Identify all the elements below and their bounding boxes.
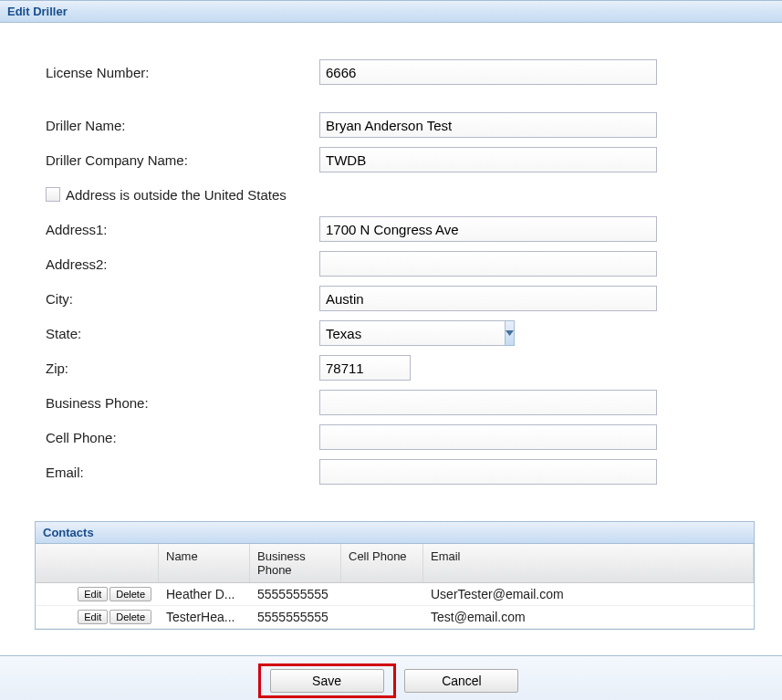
cell-bphone: 5555555555 (250, 583, 341, 605)
edit-button[interactable]: Edit (78, 610, 108, 624)
cell-email: UserTester@email.com (423, 583, 754, 605)
label-cphone: Cell Phone: (46, 430, 319, 445)
contacts-grid-header: Name Business Phone Cell Phone Email (36, 544, 754, 583)
state-dropdown-trigger[interactable] (505, 320, 515, 346)
business-phone-input[interactable] (319, 390, 657, 415)
label-state: State: (46, 326, 319, 341)
label-driller-name: Driller Name: (46, 118, 319, 133)
label-license: License Number: (46, 65, 319, 80)
address2-input[interactable] (319, 251, 657, 277)
cell-cphone (341, 590, 423, 598)
cell-bphone: 5555555555 (250, 606, 341, 628)
table-row[interactable]: Edit Delete Heather D... 5555555555 User… (36, 583, 754, 606)
dialog-footer: Save Cancel (0, 655, 782, 700)
state-select[interactable] (319, 320, 505, 346)
delete-button[interactable]: Delete (109, 610, 151, 624)
contacts-panel: Contacts Name Business Phone Cell Phone … (35, 521, 755, 630)
cell-phone-input[interactable] (319, 424, 657, 450)
svg-marker-0 (506, 330, 514, 336)
save-button[interactable]: Save (270, 669, 384, 693)
cell-name: Heather D... (159, 583, 250, 605)
col-bphone[interactable]: Business Phone (250, 544, 341, 582)
cell-cphone (341, 613, 423, 621)
outside-us-checkbox[interactable] (46, 187, 60, 202)
driller-name-input[interactable] (319, 112, 657, 138)
label-company: Driller Company Name: (46, 152, 319, 168)
save-highlight: Save (258, 663, 396, 698)
cancel-button[interactable]: Cancel (404, 669, 518, 693)
dialog-title: Edit Driller (0, 0, 782, 23)
zip-input[interactable] (319, 355, 411, 381)
label-email: Email: (46, 465, 319, 480)
label-address1: Address1: (46, 222, 319, 237)
cell-name: TesterHea... (159, 606, 250, 628)
label-address2: Address2: (46, 256, 319, 272)
cell-email: Test@email.com (423, 606, 754, 628)
col-name[interactable]: Name (159, 544, 250, 582)
label-city: City: (46, 291, 319, 307)
label-outside-us: Address is outside the United States (66, 187, 287, 203)
contacts-title: Contacts (36, 522, 754, 544)
table-row[interactable]: Edit Delete TesterHea... 5555555555 Test… (36, 606, 754, 629)
address1-input[interactable] (319, 216, 657, 242)
form-body: License Number: Driller Name: Driller Co… (0, 23, 782, 512)
delete-button[interactable]: Delete (109, 587, 151, 601)
col-cphone[interactable]: Cell Phone (341, 544, 423, 582)
edit-button[interactable]: Edit (78, 587, 108, 601)
label-zip: Zip: (46, 360, 319, 376)
col-email[interactable]: Email (423, 544, 754, 582)
company-input[interactable] (319, 147, 657, 172)
city-input[interactable] (319, 286, 657, 311)
label-bphone: Business Phone: (46, 395, 319, 411)
chevron-down-icon (506, 330, 514, 336)
license-input[interactable] (319, 59, 657, 85)
email-input[interactable] (319, 459, 657, 485)
